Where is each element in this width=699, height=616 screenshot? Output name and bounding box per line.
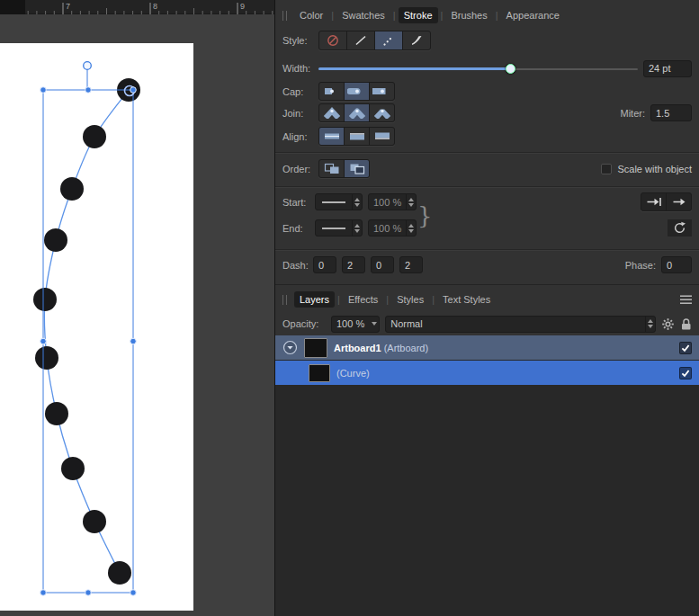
align-buttons [318,127,395,146]
panel-drag-grip-icon[interactable] [282,295,287,305]
stroke-panel-tabbar: Color|Swatches|Stroke|Brushes|Appearance [275,5,699,25]
start-line-style-dropdown[interactable] [315,193,363,210]
slider-fill [318,67,510,70]
panel-menu-button[interactable] [680,295,692,305]
arrow-to-bar-button[interactable] [641,193,666,210]
align-inside-icon [347,130,367,142]
panel-drag-grip-icon[interactable] [282,11,287,21]
width-row: Width: 24 pt [275,59,699,77]
tab-text-styles[interactable]: Text Styles [437,291,496,308]
style-solid-button[interactable] [347,31,374,49]
layer-visibility-checkbox[interactable] [679,367,692,379]
cap-square-button[interactable] [370,83,394,100]
join-round-button[interactable] [345,104,369,121]
tab-stroke[interactable]: Stroke [399,7,438,23]
opacity-dropdown[interactable]: 100 % [331,316,380,333]
end-pressure-dropdown[interactable]: 100 % [368,219,417,237]
style-none-button[interactable] [319,31,346,49]
opacity-row: Opacity: 100 % Normal [275,313,699,335]
stepper[interactable] [406,194,416,210]
blend-mode-dropdown[interactable]: Normal [385,316,656,333]
style-brush-button[interactable] [403,31,430,49]
cap-row: Cap: [275,82,699,101]
end-line-style-dropdown[interactable] [315,219,363,237]
align-inside-button[interactable] [345,128,369,145]
start-pressure-dropdown[interactable]: 100 % [368,193,417,210]
solid-line-icon [354,33,368,48]
stepper[interactable] [406,220,416,236]
tab-effects[interactable]: Effects [343,291,383,308]
order-buttons [318,159,370,178]
order-behind-button[interactable] [345,160,369,177]
horizontal-ruler: 789 [0,0,274,14]
stroke-in-front-icon [323,162,341,175]
width-value-field[interactable]: 24 pt [643,60,692,77]
cap-label: Cap: [282,86,313,97]
layers-list: Artboard1 (Artboard) (Curve) [275,335,699,616]
align-center-button[interactable] [319,128,344,145]
scale-with-object-checkbox[interactable] [601,164,612,174]
stepper[interactable] [645,317,655,332]
join-label: Join: [282,108,313,119]
dash-label: Dash: [282,260,308,271]
tab-layers[interactable]: Layers [294,291,335,308]
layer-thumbnail[interactable] [309,364,330,382]
svg-text:9: 9 [240,2,245,11]
tab-swatches[interactable]: Swatches [336,7,390,23]
style-dashed-button[interactable] [375,31,402,49]
align-outside-icon [372,130,392,142]
join-bevel-button[interactable] [370,104,394,121]
tab-styles[interactable]: Styles [391,291,429,308]
tab-appearance[interactable]: Appearance [501,7,565,23]
line-preview-icon [316,220,352,236]
dotted-line-icon [381,33,396,48]
round-cap-icon [347,85,367,97]
cap-butt-button[interactable] [319,83,344,100]
tab-color[interactable]: Color [294,7,328,23]
dash-field-2[interactable]: 2 [342,256,365,273]
dash-field-4[interactable]: 2 [399,256,423,273]
tab-separator: | [392,10,397,21]
width-slider[interactable] [318,60,638,77]
cap-round-button[interactable] [345,83,369,100]
divider [275,249,699,250]
stepper[interactable] [352,194,362,210]
ruler-ticks: 789 [0,0,274,14]
stepper[interactable] [352,220,362,236]
tab-separator: | [440,10,444,21]
arrow-button[interactable] [667,193,691,210]
cap-buttons [318,82,395,101]
layer-settings-button[interactable] [661,317,675,331]
stroke-behind-icon [348,162,366,175]
pasteboard[interactable] [0,14,274,616]
order-front-button[interactable] [319,160,344,177]
layer-type: (Artboard) [384,343,429,353]
layer-type: (Curve) [336,368,370,379]
dash-field-1[interactable]: 0 [313,256,336,273]
layer-name: Artboard1 [334,343,381,353]
miter-field[interactable]: 1.5 [650,104,692,121]
join-buttons [318,103,395,122]
layer-row-artboard[interactable]: Artboard1 (Artboard) [275,335,699,360]
document-canvas[interactable] [0,14,274,616]
layer-visibility-checkbox[interactable] [679,342,692,354]
tab-brushes[interactable]: Brushes [445,7,492,23]
phase-field[interactable]: 0 [661,256,692,273]
align-label: Align: [282,131,313,142]
disclosure-triangle-icon[interactable] [282,340,298,355]
arrowhead-buttons [641,192,692,211]
align-outside-button[interactable] [370,128,394,145]
layer-thumbnail[interactable] [304,338,327,358]
canvas-pane: 789 [0,0,274,616]
lock-button[interactable] [680,317,692,331]
layers-panel: Layers|Effects|Styles|Text Styles Opacit… [275,284,699,616]
square-cap-icon [372,85,392,97]
layer-row-curve[interactable]: (Curve) [275,361,699,385]
slider-thumb[interactable] [506,64,515,74]
width-label: Width: [282,63,313,74]
tab-separator: | [330,10,335,21]
check-icon [680,343,691,353]
dash-field-3[interactable]: 0 [371,256,394,273]
sync-button[interactable] [668,219,692,237]
join-miter-button[interactable] [319,104,344,121]
